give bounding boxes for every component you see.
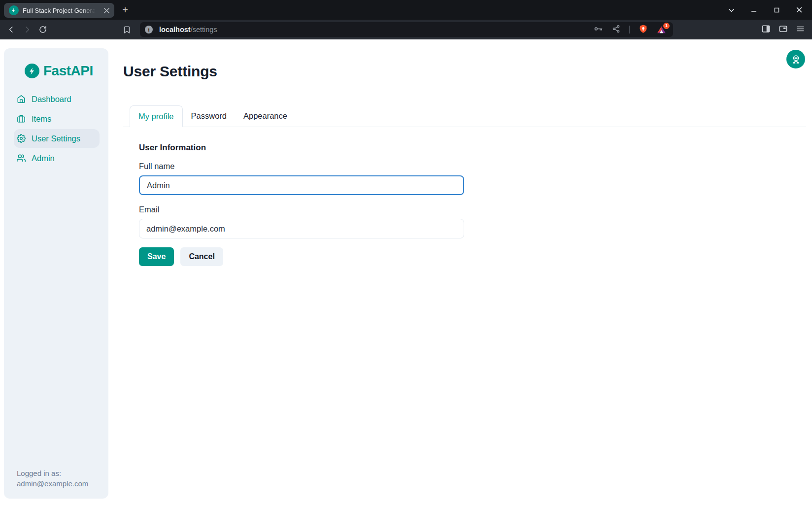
password-key-icon[interactable] [594,24,603,35]
site-info-icon[interactable]: i [145,26,153,34]
tab-close-icon[interactable] [102,6,110,14]
sidebar-item-label: Admin [32,154,55,163]
close-window-button[interactable] [795,6,803,14]
address-bar[interactable]: i localhost/settings 1 [140,22,673,37]
sidebar-item-dashboard[interactable]: Dashboard [14,90,100,108]
profile-tabs: My profile Password Appearance [123,105,806,127]
full-name-label: Full name [139,162,464,171]
sidebar-item-label: Items [32,114,51,124]
home-icon [17,95,26,103]
new-tab-button[interactable]: + [119,4,131,16]
url-host: localhost [159,26,191,34]
page-content: FastAPI Dashboard Items [0,39,812,505]
tab-my-profile[interactable]: My profile [130,105,183,127]
forward-button[interactable] [22,24,33,35]
sidebar-item-user-settings[interactable]: User Settings [14,129,100,148]
sidebar: FastAPI Dashboard Items [4,48,108,499]
tab-search-chevron-icon[interactable] [727,6,735,14]
email-input[interactable] [139,219,464,238]
bookmark-icon[interactable] [121,24,132,35]
briefcase-icon [17,114,26,123]
logo-text: FastAPI [43,63,93,79]
sidebar-item-admin[interactable]: Admin [14,149,100,168]
browser-toolbar: i localhost/settings 1 [0,20,812,39]
brave-shield-icon[interactable] [639,24,648,35]
window-controls [727,0,812,20]
fastapi-bolt-icon [25,64,39,78]
tab-appearance[interactable]: Appearance [235,105,296,127]
sidebar-item-label: User Settings [32,134,80,143]
page-title: User Settings [123,63,217,80]
user-menu-avatar-button[interactable] [786,50,805,68]
address-bar-actions: 1 [594,24,673,35]
menu-hamburger-icon[interactable] [796,24,805,35]
fastapi-logo: FastAPI [25,63,93,79]
form-actions: Save Cancel [139,247,464,266]
browser-tab[interactable]: Full Stack Project Genera [4,3,114,18]
section-title: User Information [139,143,464,153]
browser-window: Full Stack Project Genera + [0,0,812,505]
gear-icon [17,134,26,143]
rewards-badge: 1 [663,23,670,29]
minimize-button[interactable] [750,6,758,14]
maximize-button[interactable] [773,6,780,14]
url-text: localhost/settings [159,26,217,34]
sidebar-item-label: Dashboard [32,95,71,104]
share-icon[interactable] [612,25,620,35]
browser-tab-title: Full Stack Project Genera [23,7,96,14]
reload-button[interactable] [37,24,48,35]
url-path: /settings [191,26,217,34]
back-button[interactable] [6,24,17,35]
sidebar-nav: Dashboard Items User Settings [4,90,108,168]
tab-password[interactable]: Password [183,105,235,127]
toolbar-divider [629,26,630,34]
browser-tab-bar: Full Stack Project Genera + [0,0,812,20]
email-label: Email [139,205,464,214]
wallet-icon[interactable] [778,24,788,35]
cancel-button[interactable]: Cancel [180,247,223,266]
user-astronaut-icon [791,54,801,65]
sidebar-toggle-icon[interactable] [761,24,771,35]
fastapi-favicon-icon [9,5,19,15]
save-button[interactable]: Save [139,247,174,266]
logged-in-email: admin@example.com [17,478,88,489]
full-name-input[interactable] [139,175,464,195]
sidebar-item-items[interactable]: Items [14,109,100,128]
logged-in-as-label: Logged in as: [17,468,88,478]
brave-rewards-icon[interactable]: 1 [657,25,666,34]
user-information-panel: User Information Full name Email Save Ca… [139,143,464,266]
toolbar-right-actions [761,20,812,39]
sidebar-footer: Logged in as: admin@example.com [17,468,88,489]
users-icon [17,154,26,163]
